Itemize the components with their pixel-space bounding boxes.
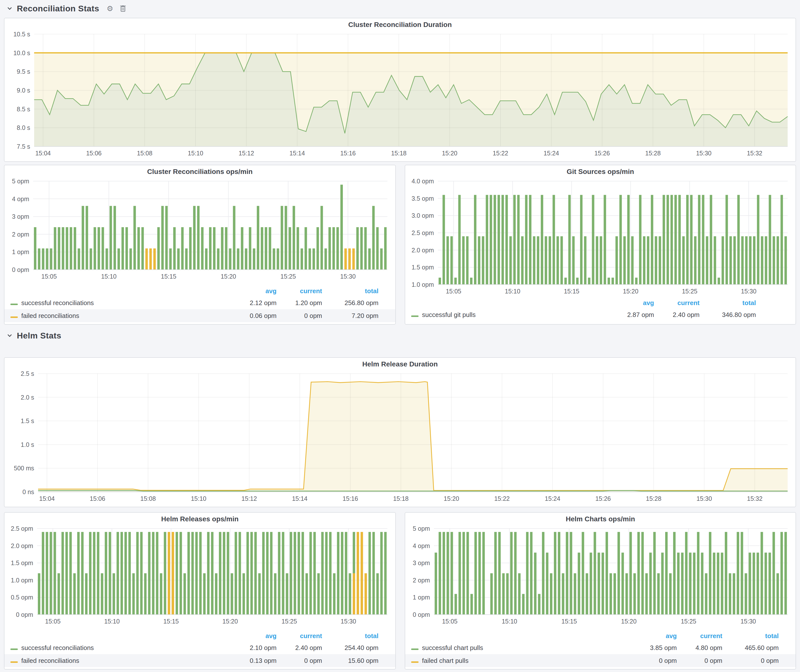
- legend-row-failed-reconciliations[interactable]: failed reconciliations0.06 opm0 opm7.20 …: [5, 309, 395, 322]
- helm-charts-opm-chart[interactable]: 0 opm1 opm2 opm3 opm4 opm5 opm15:0515:10…: [406, 525, 795, 629]
- legend-header-row: avgcurrenttotal: [405, 298, 795, 308]
- svg-text:15:18: 15:18: [391, 150, 407, 157]
- svg-text:15:15: 15:15: [161, 273, 176, 280]
- svg-text:15:26: 15:26: [595, 495, 611, 502]
- cluster-reconciliations-opm-chart[interactable]: 0 opm1 opm2 opm3 opm4 opm5 opm15:0515:10…: [5, 177, 394, 285]
- panel-git-sources-opm: Git Sources ops/min 1.0 opm1.5 opm2.0 op…: [405, 165, 796, 325]
- legend-series-label[interactable]: successful reconciliations: [21, 644, 233, 652]
- legend-series-label[interactable]: failed chart pulls: [422, 657, 633, 665]
- legend-value-avg: 2.87 opm: [611, 311, 654, 319]
- legend-value-total: 346.80 opm: [699, 311, 756, 319]
- legend-series-label[interactable]: successful git pulls: [422, 311, 611, 319]
- legend-row-successful-reconciliations[interactable]: successful reconciliations2.12 opm1.20 o…: [5, 296, 395, 309]
- svg-text:1.5 opm: 1.5 opm: [412, 264, 434, 271]
- legend-series-label[interactable]: successful chart pulls: [422, 644, 633, 652]
- svg-text:0 opm: 0 opm: [413, 611, 430, 618]
- legend-header-current[interactable]: current: [677, 632, 722, 640]
- svg-text:15:30: 15:30: [340, 273, 356, 280]
- legend-value-avg: 0.06 opm: [233, 312, 277, 320]
- panel-title[interactable]: Cluster Reconciliation Duration: [5, 21, 795, 29]
- legend: avgcurrenttotalsuccessful chart pulls3.8…: [405, 630, 795, 667]
- legend-header-row: avgcurrenttotal: [5, 286, 395, 296]
- panel-helm-charts-opm: Helm Charts ops/min 0 opm1 opm2 opm3 opm…: [405, 512, 796, 670]
- legend-row-successful-chart-pulls[interactable]: successful chart pulls3.85 opm4.80 opm46…: [405, 641, 795, 654]
- panel-title[interactable]: Helm Release Duration: [5, 360, 795, 368]
- section-header-reconciliation-stats[interactable]: Reconciliation Stats ⚙: [7, 2, 126, 15]
- svg-text:15:25: 15:25: [682, 288, 698, 295]
- svg-text:3 opm: 3 opm: [12, 213, 29, 220]
- legend-value-total: 15.60 opm: [322, 657, 379, 665]
- svg-text:4 opm: 4 opm: [12, 195, 29, 202]
- legend-value-avg: 0.13 opm: [233, 657, 277, 665]
- legend-header-avg[interactable]: avg: [611, 299, 654, 307]
- legend-row-failed-reconciliations[interactable]: failed reconciliations0.13 opm0 opm15.60…: [5, 654, 395, 667]
- legend-header-current[interactable]: current: [654, 299, 699, 307]
- helm-release-duration-chart[interactable]: 0 ns500 ms1.0 s1.5 s2.0 s2.5 s15:0415:06…: [5, 370, 795, 507]
- svg-text:0 ns: 0 ns: [22, 488, 34, 495]
- svg-text:15:20: 15:20: [222, 618, 238, 625]
- legend-value-avg: 2.10 opm: [233, 644, 277, 652]
- svg-text:15:20: 15:20: [221, 273, 236, 280]
- svg-text:15:28: 15:28: [646, 495, 661, 502]
- svg-text:0 opm: 0 opm: [12, 266, 29, 273]
- svg-text:2.5 opm: 2.5 opm: [412, 229, 434, 236]
- cluster-reconciliation-duration-chart[interactable]: 7.5 s8.0 s8.5 s9.0 s9.5 s10.0 s10.5 s15:…: [5, 30, 795, 161]
- legend-header-avg[interactable]: avg: [233, 632, 277, 640]
- legend-value-total: 256.80 opm: [322, 299, 379, 307]
- gear-icon[interactable]: ⚙: [107, 4, 113, 13]
- legend-series-label[interactable]: successful reconciliations: [21, 299, 233, 307]
- svg-text:15:14: 15:14: [290, 150, 305, 157]
- legend-header-current[interactable]: current: [277, 287, 322, 295]
- legend-header-row: avgcurrenttotal: [5, 630, 395, 641]
- svg-text:15:20: 15:20: [442, 150, 458, 157]
- legend-header-total[interactable]: total: [722, 632, 779, 640]
- svg-text:15:10: 15:10: [188, 150, 203, 157]
- legend-row-successful-git-pulls[interactable]: successful git pulls2.87 opm2.40 opm346.…: [405, 308, 795, 321]
- legend-value-avg: 0 opm: [633, 657, 677, 665]
- legend-row-successful-reconciliations[interactable]: successful reconciliations2.10 opm2.40 o…: [5, 641, 395, 654]
- svg-text:15:30: 15:30: [341, 618, 356, 625]
- series-color-dash-icon: [10, 661, 18, 663]
- panel-title[interactable]: Helm Charts ops/min: [405, 515, 795, 523]
- chevron-down-icon[interactable]: [7, 333, 12, 338]
- helm-releases-opm-chart[interactable]: 0 opm0.5 opm1.0 opm1.5 opm2.0 opm2.5 opm…: [5, 525, 394, 629]
- svg-text:9.0 s: 9.0 s: [17, 87, 30, 94]
- legend-value-current: 4.80 opm: [677, 644, 722, 652]
- chevron-down-icon[interactable]: [7, 6, 12, 11]
- legend-header-current[interactable]: current: [277, 632, 322, 640]
- svg-text:5 opm: 5 opm: [12, 178, 29, 185]
- svg-text:2.5 s: 2.5 s: [21, 370, 34, 377]
- section-title[interactable]: Reconciliation Stats: [17, 4, 99, 13]
- panel-title[interactable]: Cluster Reconciliations ops/min: [5, 168, 395, 176]
- series-color-dash-icon: [411, 661, 419, 663]
- series-color-dash-icon: [10, 304, 18, 305]
- svg-text:15:16: 15:16: [342, 495, 358, 502]
- svg-text:15:10: 15:10: [104, 618, 120, 625]
- legend-header-avg[interactable]: avg: [633, 632, 677, 640]
- svg-text:1 opm: 1 opm: [12, 248, 29, 255]
- trash-icon[interactable]: [120, 5, 126, 12]
- svg-text:15:32: 15:32: [747, 150, 762, 157]
- section-title[interactable]: Helm Stats: [17, 331, 61, 341]
- panel-title[interactable]: Helm Releases ops/min: [5, 515, 395, 523]
- git-sources-opm-chart[interactable]: 1.0 opm1.5 opm2.0 opm2.5 opm3.0 opm3.5 o…: [406, 177, 795, 299]
- section-header-helm-stats[interactable]: Helm Stats: [7, 329, 61, 342]
- svg-text:2.0 opm: 2.0 opm: [11, 542, 33, 549]
- panel-title[interactable]: Git Sources ops/min: [405, 168, 795, 176]
- legend-series-label[interactable]: failed reconciliations: [21, 657, 233, 665]
- svg-text:15:06: 15:06: [90, 495, 106, 502]
- legend-header-total[interactable]: total: [699, 299, 756, 307]
- legend-value-total: 7.20 opm: [322, 312, 379, 320]
- legend-value-total: 0 opm: [722, 657, 779, 665]
- svg-text:15:30: 15:30: [741, 618, 756, 625]
- svg-text:500 ms: 500 ms: [14, 465, 34, 472]
- legend-series-label[interactable]: failed reconciliations: [21, 312, 233, 320]
- svg-text:2.5 opm: 2.5 opm: [11, 525, 33, 532]
- legend-header-total[interactable]: total: [322, 632, 379, 640]
- legend-header-avg[interactable]: avg: [233, 287, 277, 295]
- svg-text:2 opm: 2 opm: [413, 577, 430, 584]
- svg-text:15:10: 15:10: [502, 618, 517, 625]
- legend-value-current: 2.40 opm: [277, 644, 322, 652]
- legend-row-failed-chart-pulls[interactable]: failed chart pulls0 opm0 opm0 opm: [405, 654, 795, 667]
- legend-header-total[interactable]: total: [322, 287, 379, 295]
